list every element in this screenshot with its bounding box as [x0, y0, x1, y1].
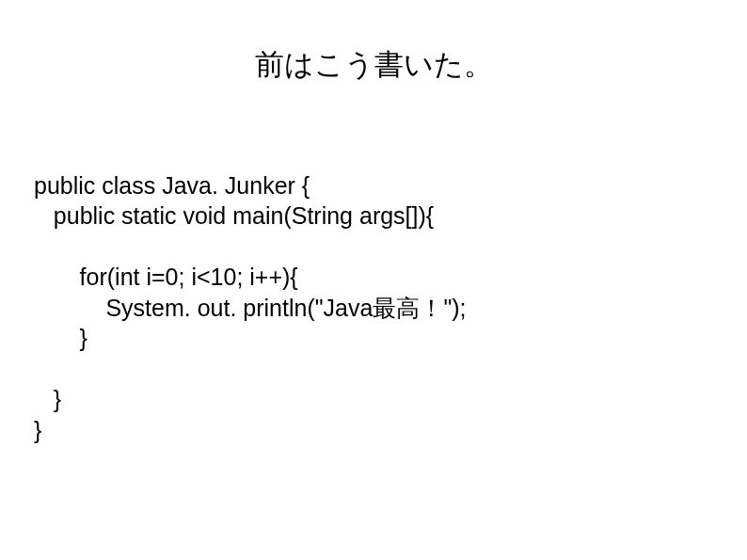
- code-line: }: [34, 417, 41, 443]
- code-line: [34, 233, 57, 260]
- code-line: }: [34, 386, 61, 412]
- slide: 前はこう書いた。 public class Java. Junker { pub…: [0, 0, 747, 560]
- code-line: [34, 356, 57, 382]
- code-line: public static void main(String args[]){: [34, 202, 434, 229]
- code-line: public class Java. Junker {: [34, 172, 310, 199]
- code-line: }: [34, 325, 87, 351]
- slide-title: 前はこう書いた。: [0, 0, 747, 85]
- code-block: public class Java. Junker { public stati…: [34, 139, 467, 445]
- code-line: for(int i=0; i<10; i++){: [34, 264, 298, 290]
- code-line: System. out. println("Java最高！");: [34, 295, 467, 321]
